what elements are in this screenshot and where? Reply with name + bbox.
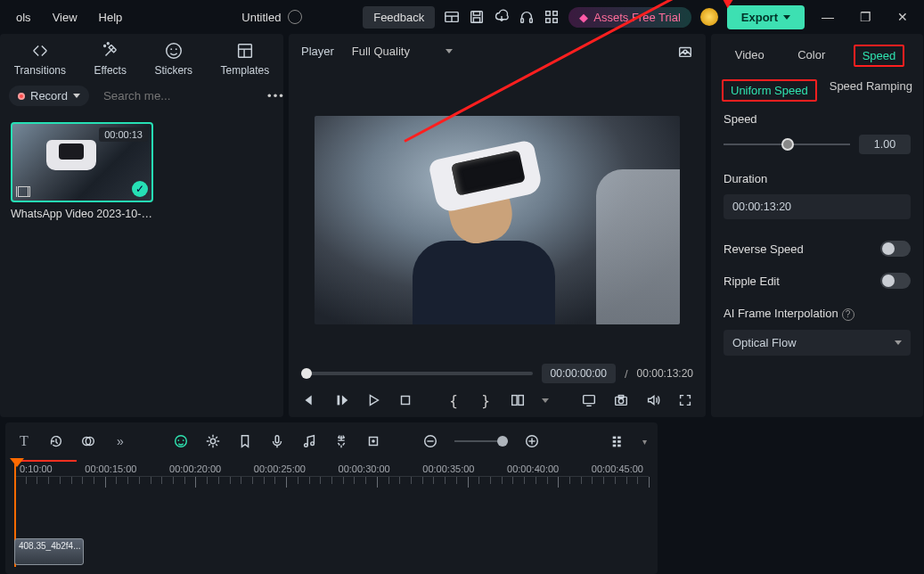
more-tools-icon[interactable]: »	[112, 433, 128, 449]
speed-slider[interactable]	[724, 144, 850, 145]
speed-value-field[interactable]: 1.00	[859, 135, 911, 154]
zoom-in-button[interactable]	[524, 433, 540, 449]
cloud-download-icon[interactable]	[494, 9, 510, 25]
ai-interpolation-select[interactable]: Optical Flow	[724, 330, 911, 356]
mark-in-icon[interactable]: {	[446, 392, 462, 408]
history-icon[interactable]	[48, 433, 64, 449]
play-pause-button[interactable]	[333, 392, 349, 408]
duration-field[interactable]: 00:00:13:20	[724, 194, 911, 219]
ripple-edit-toggle[interactable]	[880, 273, 911, 289]
timeline-clip[interactable]: 408.35_4b2f4...	[14, 538, 84, 565]
ruler-label: 00:00:45:00	[592, 463, 643, 474]
duration-label: Duration	[724, 172, 911, 185]
adjust-icon[interactable]	[205, 433, 221, 449]
track-view-icon[interactable]	[610, 433, 626, 449]
svg-point-41	[311, 442, 315, 446]
player-panel: Player Full Quality 00:00:00:00 / 00:00:…	[289, 34, 706, 417]
tab-transitions-label: Transitions	[14, 64, 66, 77]
ruler-label: 00:00:20:00	[169, 463, 221, 474]
svg-rect-11	[553, 19, 558, 23]
snapshot-icon[interactable]	[677, 44, 693, 60]
assets-free-trial-button[interactable]: ◆ Assets Free Trial	[568, 7, 691, 28]
text-tool-icon[interactable]: T	[16, 433, 32, 449]
headphones-icon[interactable]	[519, 9, 535, 25]
record-button[interactable]: Record	[9, 86, 89, 106]
tab-stickers[interactable]: Stickers	[154, 41, 192, 77]
chevron-down-icon	[73, 94, 80, 98]
svg-point-38	[210, 439, 215, 443]
svg-point-40	[305, 444, 308, 447]
crop-icon[interactable]	[365, 433, 381, 449]
inspector-tab-video[interactable]: Video	[730, 45, 770, 67]
svg-rect-27	[519, 396, 523, 406]
preview-viewport[interactable]	[315, 116, 680, 324]
ruler-label: 00:00:40:00	[507, 463, 559, 474]
window-maximize-button[interactable]: ❐	[851, 10, 879, 24]
speed-label: Speed	[724, 112, 911, 126]
menu-view[interactable]: View	[44, 7, 86, 28]
avatar-icon[interactable]	[700, 8, 718, 26]
play-button[interactable]	[365, 392, 381, 408]
export-button[interactable]: Export	[727, 5, 805, 29]
inspector-tab-speed-highlight: Speed	[854, 45, 905, 67]
compare-icon[interactable]	[510, 392, 526, 408]
record-label: Record	[30, 89, 68, 102]
diamond-icon: ◆	[579, 11, 588, 24]
clip-thumbnail[interactable]: 00:00:13 ✓	[11, 122, 153, 202]
tab-effects[interactable]: Effects	[94, 41, 126, 77]
chevron-down-icon[interactable]	[542, 398, 549, 403]
subtab-speed-ramping[interactable]: Speed Ramping	[830, 79, 912, 102]
feedback-button[interactable]: Feedback	[363, 6, 435, 29]
ai-interpolation-label: AI Frame Interpolation?	[724, 307, 911, 321]
ai-tool-icon[interactable]	[173, 433, 189, 449]
svg-rect-52	[617, 437, 621, 439]
svg-rect-6	[521, 19, 524, 23]
volume-icon[interactable]	[645, 392, 661, 408]
mask-icon[interactable]	[80, 433, 96, 449]
subtab-uniform-speed[interactable]: Uniform Speed	[731, 84, 808, 97]
bookmark-icon[interactable]	[237, 433, 253, 449]
timeline-ruler[interactable]: 0:10:00 00:00:15:00 00:00:20:00 00:00:25…	[5, 460, 658, 496]
help-icon[interactable]: ?	[842, 308, 854, 321]
ruler-label: 00:00:30:00	[339, 463, 390, 474]
svg-rect-5	[474, 18, 480, 22]
menu-ols[interactable]: ols	[7, 7, 40, 28]
apps-grid-icon[interactable]	[544, 9, 560, 25]
stop-button[interactable]	[397, 392, 413, 408]
menu-help[interactable]: Help	[90, 7, 132, 28]
svg-rect-50	[613, 440, 617, 443]
search-input[interactable]	[103, 89, 254, 102]
window-close-button[interactable]: ✕	[888, 10, 917, 24]
chevron-down-icon	[895, 340, 902, 345]
prev-frame-button[interactable]	[301, 392, 317, 408]
player-quality-dropdown[interactable]: Full Quality	[345, 41, 460, 62]
camera-icon[interactable]	[613, 392, 629, 408]
inspector-tab-speed[interactable]: Speed	[863, 49, 896, 62]
window-minimize-button[interactable]: —	[814, 10, 842, 24]
more-icon[interactable]: •••	[268, 88, 284, 104]
timeline-panel: T » ▾ 0:10:00 00:00:15:00 00:00:20:00 00…	[5, 422, 658, 574]
tab-templates[interactable]: Templates	[221, 41, 270, 77]
media-clip[interactable]: 00:00:13 ✓ WhatsApp Video 2023-10-05...	[11, 122, 153, 220]
tab-templates-label: Templates	[221, 64, 270, 77]
track-view-chevron[interactable]: ▾	[642, 437, 647, 447]
music-icon[interactable]	[301, 433, 317, 449]
mark-out-icon[interactable]: }	[478, 392, 494, 408]
zoom-slider[interactable]	[454, 440, 508, 442]
tab-transitions[interactable]: Transitions	[14, 41, 66, 77]
timeline-tracks[interactable]: 408.35_4b2f4...	[5, 496, 658, 574]
save-icon[interactable]	[469, 9, 485, 25]
player-progress-slider[interactable]	[301, 372, 533, 375]
clip-name-label: WhatsApp Video 2023-10-05...	[11, 208, 153, 220]
mic-icon[interactable]	[269, 433, 285, 449]
display-icon[interactable]	[581, 392, 597, 408]
ai-interpolation-value: Optical Flow	[732, 336, 797, 349]
inspector-tab-color[interactable]: Color	[792, 45, 830, 67]
subtab-uniform-highlight: Uniform Speed	[722, 79, 817, 102]
zoom-out-button[interactable]	[422, 433, 438, 449]
layout-icon[interactable]	[444, 9, 460, 25]
ruler-label: 00:00:25:00	[254, 463, 306, 474]
reverse-speed-toggle[interactable]	[880, 241, 911, 257]
fullscreen-icon[interactable]	[677, 392, 693, 408]
magnet-icon[interactable]	[333, 433, 349, 449]
